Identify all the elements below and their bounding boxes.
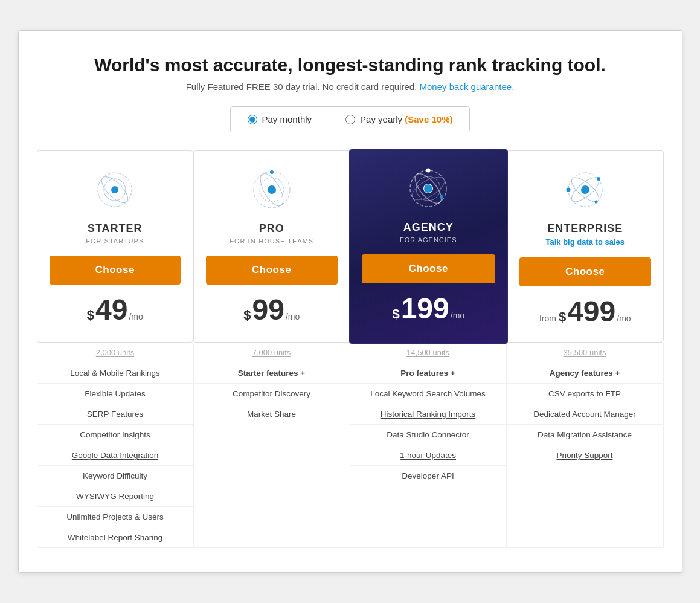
starter-feat-8: Unlimited Projects & Users: [37, 507, 193, 527]
pro-icon: [248, 166, 296, 214]
svg-point-8: [270, 170, 274, 174]
starter-feat-4: Competitor Insights: [37, 425, 193, 445]
plan-agency: AGENCY FOR AGENCIES Choose $ 199 /mo: [349, 149, 509, 344]
starter-feat-5: Google Data Integration: [37, 445, 193, 466]
agency-feat-5: 1-hour Updates: [350, 445, 506, 466]
billing-yearly-radio[interactable]: [345, 115, 355, 124]
agency-units: 14,500 units: [350, 343, 506, 363]
pro-choose-button[interactable]: Choose: [206, 256, 338, 285]
svg-point-22: [597, 177, 600, 181]
starter-feat-1: Local & Mobile Rankings: [37, 363, 193, 384]
svg-point-23: [594, 201, 597, 204]
svg-point-15: [426, 169, 431, 173]
agency-feat-1: Pro features +: [350, 363, 506, 384]
plan-starter: STARTER FOR STARTUPS Choose $ 49 /mo: [37, 150, 194, 343]
pro-units: 7,000 units: [194, 343, 350, 363]
starter-price: $ 49 /mo: [87, 295, 143, 324]
svg-point-17: [581, 185, 589, 194]
starter-feat-7: WYSIWYG Reporting: [37, 486, 193, 507]
billing-yearly[interactable]: Pay yearly (Save 10%): [329, 107, 469, 132]
enterprise-feat-4: Data Migration Assistance: [507, 425, 663, 445]
starter-tagline: FOR STARTUPS: [86, 237, 144, 245]
svg-point-4: [268, 185, 276, 194]
enterprise-feat-2: CSV exports to FTP: [507, 384, 663, 404]
enterprise-plan-name: ENTERPRISE: [547, 222, 623, 235]
starter-feat-9: Whitelabel Report Sharing: [37, 527, 193, 547]
svg-point-21: [566, 188, 570, 192]
plan-pro: PRO FOR IN-HOUSE TEAMS Choose $ 99 /mo: [193, 150, 350, 343]
billing-toggle: Pay monthly Pay yearly (Save 10%): [37, 106, 664, 132]
billing-monthly-radio[interactable]: [248, 115, 257, 124]
starter-units: 2,000 units: [37, 343, 193, 363]
pricing-page: World's most accurate, longest-standing …: [18, 30, 682, 573]
svg-point-10: [424, 184, 432, 193]
pro-feat-2: Competitor Discovery: [194, 384, 350, 404]
money-back-link[interactable]: Money back guarantee.: [420, 82, 515, 92]
agency-choose-button[interactable]: Choose: [362, 254, 496, 283]
enterprise-feat-5: Priority Support: [507, 445, 663, 465]
billing-monthly[interactable]: Pay monthly: [231, 107, 329, 132]
enterprise-icon: [561, 166, 609, 214]
enterprise-feat-3: Dedicated Account Manager: [507, 404, 663, 425]
svg-point-16: [440, 195, 443, 199]
starter-feat-2: Flexible Updates: [37, 384, 193, 404]
starter-features: 2,000 units Local & Mobile Rankings Flex…: [37, 343, 194, 547]
enterprise-price: from $ 499 /mo: [539, 297, 631, 326]
agency-plan-name: AGENCY: [403, 221, 454, 234]
agency-feat-6: Developer API: [350, 466, 506, 486]
agency-feat-4: Data Studio Connector: [350, 425, 506, 445]
pro-tagline: FOR IN-HOUSE TEAMS: [230, 237, 313, 245]
starter-icon: [91, 166, 139, 214]
pro-feat-3: Market Share: [194, 404, 350, 424]
agency-price: $ 199 /mo: [392, 294, 464, 323]
starter-feat-6: Keyword Difficulty: [37, 466, 193, 486]
pro-price: $ 99 /mo: [243, 295, 300, 324]
enterprise-choose-button[interactable]: Choose: [519, 257, 651, 286]
starter-feat-3: SERP Features: [37, 404, 193, 425]
enterprise-units: 35,500 units: [507, 343, 663, 363]
features-section: 2,000 units Local & Mobile Rankings Flex…: [37, 343, 664, 548]
agency-feat-2: Local Keyword Search Volumes: [350, 384, 506, 404]
svg-point-0: [111, 186, 118, 193]
starter-choose-button[interactable]: Choose: [50, 256, 181, 285]
enterprise-features: 35,500 units Agency features + CSV expor…: [507, 343, 663, 547]
hero-subtitle: Fully Featured FREE 30 day trial. No cre…: [37, 82, 664, 92]
pro-plan-name: PRO: [259, 222, 284, 235]
agency-tagline: FOR AGENCIES: [400, 236, 457, 243]
billing-toggle-inner: Pay monthly Pay yearly (Save 10%): [230, 106, 470, 132]
starter-plan-name: STARTER: [88, 222, 143, 235]
plan-enterprise: ENTERPRISE Talk big data to sales Choose…: [507, 150, 664, 343]
agency-features: 14,500 units Pro features + Local Keywor…: [350, 343, 507, 547]
enterprise-tagline: Talk big data to sales: [545, 237, 625, 247]
agency-icon: [404, 164, 452, 213]
agency-feat-3: Historical Ranking Imports: [350, 404, 506, 425]
pro-features: 7,000 units Starter features + Competito…: [194, 343, 350, 547]
hero-title: World's most accurate, longest-standing …: [37, 55, 664, 76]
pro-feat-1: Starter features +: [194, 363, 350, 384]
enterprise-feat-1: Agency features +: [507, 363, 663, 384]
